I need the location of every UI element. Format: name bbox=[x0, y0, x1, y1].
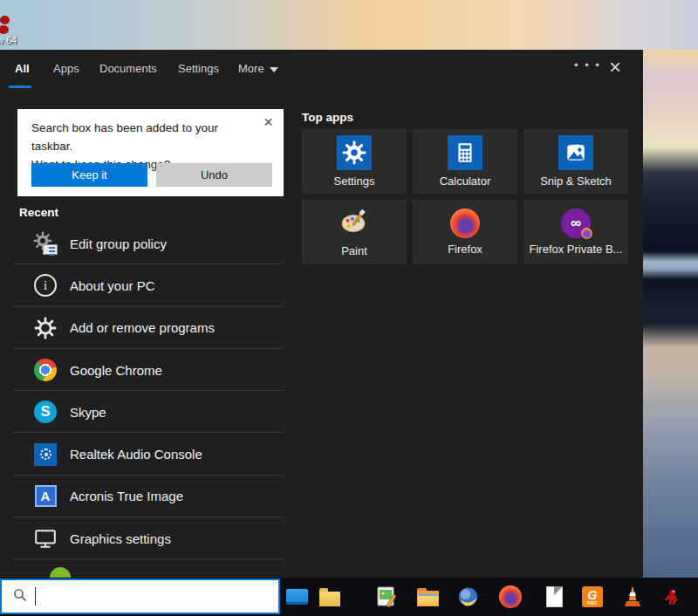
firefox-icon bbox=[450, 209, 480, 238]
group-policy-icon bbox=[33, 231, 58, 256]
acronis-icon: A bbox=[33, 484, 58, 509]
taskbar-document-icon[interactable] bbox=[543, 585, 565, 608]
undo-button[interactable]: Undo bbox=[156, 163, 272, 187]
taskbar-display-desktop-icon[interactable] bbox=[285, 585, 308, 608]
taskbar-change-notification: Search box has been added to your taskba… bbox=[17, 109, 284, 196]
tile-label: Calculator bbox=[440, 175, 491, 188]
top-apps-section-header: Top apps bbox=[302, 111, 353, 124]
list-item-acronis-true-image[interactable]: A Acronis True Image bbox=[0, 476, 284, 517]
tile-calculator[interactable]: Calculator bbox=[413, 129, 517, 194]
list-item-label: Acronis True Image bbox=[70, 489, 183, 503]
list-item-label: Skype bbox=[70, 405, 106, 420]
tab-all[interactable]: All bbox=[15, 62, 30, 75]
red-shortcut-glyph bbox=[0, 25, 9, 34]
tile-snip-sketch[interactable]: Snip & Sketch bbox=[524, 129, 628, 194]
list-item-edit-group-policy[interactable]: Edit group policy bbox=[0, 222, 284, 264]
text-caret bbox=[35, 587, 36, 606]
recent-section-header: Recent bbox=[19, 206, 58, 219]
tab-more-label: More bbox=[238, 62, 264, 75]
taskbar-pdf-app-icon[interactable]: GPDF bbox=[581, 585, 604, 608]
desktop-wallpaper-sky bbox=[0, 0, 698, 50]
monitor-icon bbox=[33, 526, 58, 551]
taskbar-red-lizard-app-icon[interactable] bbox=[660, 585, 683, 608]
search-flyout-panel: All Apps Documents Settings More • • • ×… bbox=[0, 50, 643, 578]
tile-settings[interactable]: Settings bbox=[302, 129, 407, 194]
list-item-label: Add or remove programs bbox=[70, 320, 215, 335]
list-item-label: Realtek Audio Console bbox=[70, 447, 202, 462]
list-item-label: Edit group policy bbox=[70, 236, 167, 251]
tab-settings[interactable]: Settings bbox=[178, 62, 219, 75]
active-tab-underline bbox=[9, 86, 31, 88]
list-item-skype[interactable]: S Skype bbox=[0, 391, 284, 433]
close-icon[interactable]: × bbox=[609, 55, 621, 79]
paint-palette-icon bbox=[339, 207, 369, 240]
list-item-label: About your PC bbox=[70, 278, 155, 293]
recent-list: Edit group policy i About your PC Add or… bbox=[0, 222, 284, 559]
settings-gear-icon bbox=[337, 135, 372, 170]
pdf-app-sub: PDF bbox=[587, 600, 598, 606]
taskbar-globe-browser-icon[interactable] bbox=[457, 585, 480, 608]
tile-label: Firefox bbox=[448, 243, 482, 256]
calculator-icon bbox=[448, 135, 482, 170]
taskbar-folder-icon[interactable] bbox=[318, 585, 341, 608]
notification-close-icon[interactable]: × bbox=[263, 113, 273, 132]
tab-documents[interactable]: Documents bbox=[99, 62, 157, 75]
realtek-speaker-icon bbox=[33, 442, 58, 467]
tab-apps[interactable]: Apps bbox=[53, 62, 79, 75]
list-item-realtek-audio-console[interactable]: Realtek Audio Console bbox=[0, 433, 284, 475]
list-item-google-chrome[interactable]: Google Chrome bbox=[0, 349, 284, 391]
notification-line1: Search box has been added to your taskba… bbox=[31, 120, 250, 156]
list-item-add-remove-programs[interactable]: Add or remove programs bbox=[0, 307, 284, 349]
tab-more[interactable]: More bbox=[238, 62, 278, 75]
taskbar-file-explorer-icon[interactable] bbox=[416, 585, 439, 608]
partial-list-item-icon bbox=[50, 567, 71, 578]
tile-label: Firefox Private B... bbox=[530, 243, 623, 256]
tile-label: Paint bbox=[341, 244, 367, 257]
desktop-shortcut-label: w 64 bbox=[0, 35, 17, 45]
taskbar-vlc-icon[interactable] bbox=[621, 585, 644, 608]
list-item-label: Google Chrome bbox=[70, 363, 162, 378]
search-icon bbox=[13, 588, 27, 606]
search-filter-tabbar: All Apps Documents Settings More • • • × bbox=[0, 50, 643, 92]
list-item-about-your-pc[interactable]: i About your PC bbox=[0, 264, 284, 306]
red-shortcut-glyph bbox=[0, 16, 10, 24]
taskbar-search-input[interactable] bbox=[0, 578, 280, 614]
more-options-icon[interactable]: • • • bbox=[574, 58, 601, 72]
firefox-private-mask-icon: ∞ bbox=[561, 209, 591, 238]
tile-firefox-private[interactable]: ∞ Firefox Private B... bbox=[524, 200, 628, 264]
tile-label: Snip & Sketch bbox=[540, 175, 612, 188]
keep-it-button[interactable]: Keep it bbox=[31, 163, 147, 187]
tile-label: Settings bbox=[334, 175, 375, 188]
list-item-graphics-settings[interactable]: Graphics settings bbox=[0, 517, 284, 559]
list-item-label: Graphics settings bbox=[70, 531, 171, 546]
gear-icon bbox=[33, 316, 58, 340]
chrome-icon bbox=[33, 358, 58, 382]
tile-paint[interactable]: Paint bbox=[302, 200, 407, 264]
taskbar-firefox-icon[interactable] bbox=[499, 585, 522, 608]
skype-icon: S bbox=[33, 400, 58, 424]
taskbar-image-editor-icon[interactable] bbox=[375, 585, 398, 608]
chevron-down-icon bbox=[270, 67, 278, 72]
tile-firefox[interactable]: Firefox bbox=[413, 200, 517, 264]
info-icon: i bbox=[33, 273, 58, 298]
snip-sketch-icon bbox=[558, 135, 593, 170]
